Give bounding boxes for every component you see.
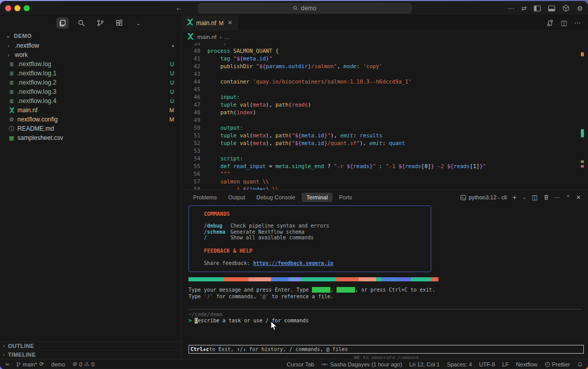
keybinding-hint-box: Ctrl+c to Exit, ↑/↓ for history, / comma…	[188, 345, 584, 354]
file-name: .nextflow.log.2	[17, 79, 56, 86]
open-changes-icon[interactable]	[547, 19, 554, 27]
editor-more-icon[interactable]: ⋯	[574, 19, 581, 27]
cursor-tab-status[interactable]: Cursor Tab	[287, 361, 314, 367]
terminal-content[interactable]: COMMANDS /debugCheck pipeline syntax and…	[188, 206, 583, 359]
breadcrumb[interactable]: main.nf › ...	[182, 31, 588, 43]
panel-more-icon[interactable]: ⋯	[555, 194, 560, 201]
gear-icon[interactable]: ⚙	[577, 5, 583, 12]
timeline-section[interactable]: › TIMELINE	[0, 350, 181, 359]
git-status-badge: U	[170, 70, 174, 76]
panel-tab-debug-console[interactable]: Debug Console	[252, 193, 300, 202]
notifications-bell[interactable]	[577, 361, 583, 367]
sync-arrows-icon[interactable]: ⇄	[521, 5, 527, 12]
new-terminal-icon[interactable]: +	[512, 193, 516, 201]
panel-tab-problems[interactable]: Problems	[188, 193, 221, 202]
tree-item--nextflow[interactable]: ›.nextflow●	[0, 41, 181, 50]
command-list: /debugCheck pipeline syntax and errors/s…	[204, 223, 431, 241]
file-name: .nextflow.log.3	[17, 88, 56, 95]
chevron-down-icon[interactable]: ⌄	[132, 17, 144, 29]
tree-item--nextflow-log-1[interactable]: ≣.nextflow.log.1U	[0, 69, 181, 78]
split-editor-icon[interactable]: ◫	[561, 19, 567, 27]
language-mode[interactable]: Nextflow	[516, 361, 537, 367]
encoding-status[interactable]: UTF-8	[479, 361, 495, 367]
cursor-position[interactable]: Ln 12, Col 1	[409, 361, 439, 367]
kill-terminal-icon[interactable]	[543, 194, 549, 200]
sync-icon[interactable]: ⟳	[39, 361, 44, 367]
command-center-search[interactable]: demo	[198, 3, 412, 13]
extensions-icon[interactable]	[113, 17, 125, 29]
prompt-placeholder: escribe a task or use / for commands	[198, 318, 309, 323]
tab-close-icon[interactable]: ✕	[228, 19, 233, 26]
indentation-status[interactable]: Spaces: 4	[447, 361, 472, 367]
profile-badge[interactable]: demo	[51, 361, 66, 367]
toggle-sidebar-icon[interactable]	[534, 5, 541, 12]
usage-hints: Type your message and press Enter. Type …	[188, 286, 435, 300]
source-control-icon[interactable]	[94, 17, 107, 29]
explorer-section-header[interactable]: ⌄ DEMO	[0, 31, 181, 41]
search-value: demo	[301, 5, 316, 12]
chevron-down-icon: ⌄	[6, 33, 10, 38]
tab-main-nf[interactable]: main.nf M ✕	[182, 15, 238, 30]
tree-item-work[interactable]: ›work	[0, 50, 181, 59]
tree-item--nextflow-log-3[interactable]: ≣.nextflow.log.3U	[0, 87, 181, 96]
prompt-caret: >	[188, 318, 192, 323]
code-line-42: 42 publishDir "${params.outdir}/salmon",…	[182, 62, 588, 70]
git-status-badge: U	[170, 89, 174, 95]
code-editor[interactable]: 39 */40process SALMON_QUANT {41 tag "${m…	[182, 43, 588, 190]
panel-tab-terminal[interactable]: Terminal	[302, 193, 332, 202]
tree-item--nextflow-log-4[interactable]: ≣.nextflow.log.4U	[0, 96, 181, 106]
terminal-instance-select[interactable]: python3.12 - cli	[460, 194, 507, 200]
gradient-separator	[188, 277, 438, 281]
back-icon[interactable]: ←	[175, 4, 182, 12]
git-status-badge: M	[170, 107, 174, 113]
problems-status[interactable]: ⊘ 0 ⚠ 0	[72, 361, 94, 367]
cube-icon[interactable]	[562, 5, 570, 12]
log-file-icon: ≣	[8, 61, 15, 68]
explorer-icon[interactable]	[56, 17, 69, 29]
split-terminal-icon[interactable]: ◫	[532, 194, 537, 201]
breadcrumb-file[interactable]: main.nf	[197, 34, 217, 40]
tree-item-main-nf[interactable]: main.nfM	[0, 106, 181, 115]
check-icon: ✓	[545, 362, 550, 367]
overview-ruler-mark	[581, 52, 584, 56]
code-line-44: 44 container 'quay.io/biocontainers/salm…	[182, 77, 588, 85]
chevron-right-icon: ›	[3, 343, 5, 348]
file-name: main.nf	[17, 107, 37, 114]
toggle-panel-icon[interactable]	[548, 5, 555, 12]
git-status-badge: U	[170, 98, 174, 104]
outline-section[interactable]: › OUTLINE	[0, 341, 181, 350]
eol-status[interactable]: LF	[502, 361, 509, 367]
maximize-panel-icon[interactable]: ⌃	[566, 194, 571, 201]
formatter-status[interactable]: ✓ Prettier	[545, 361, 570, 367]
remote-indicator[interactable]: ><	[5, 362, 9, 367]
tree-item-nextflow-config[interactable]: ⚙nextflow.configM	[0, 115, 181, 124]
search-view-icon[interactable]	[75, 17, 88, 29]
git-blame-status[interactable]: Sasha Dagayev (1 hour ago)	[321, 361, 402, 367]
log-file-icon: ≣	[8, 98, 15, 105]
code-line-47: 47 tuple val(meta), path(reads)	[182, 100, 588, 108]
close-window-button[interactable]	[5, 5, 11, 11]
maximize-window-button[interactable]	[24, 5, 30, 11]
nextflow-icon	[187, 33, 194, 41]
tree-item-samplesheet-csv[interactable]: ▦samplesheet.csv	[0, 133, 181, 142]
tree-item--nextflow-log-2[interactable]: ≣.nextflow.log.2U	[0, 78, 181, 87]
cli-prompt[interactable]: > Describe a task or use / for commands	[188, 318, 309, 323]
cwd-label: ~/code/demo	[188, 312, 222, 317]
minimize-window-button[interactable]	[14, 5, 20, 11]
tree-item--nextflow-log[interactable]: ≣.nextflow.logU	[0, 59, 181, 69]
code-line-45: 45	[182, 85, 588, 93]
tree-item-README-md[interactable]: ⓘREADME.md	[0, 124, 181, 133]
panel-tab-ports[interactable]: Ports	[334, 193, 357, 202]
terminal-dropdown-icon[interactable]: ⌄	[522, 195, 527, 200]
code-line-55: 55 def read_input = meta.single_end ? "-…	[182, 162, 588, 170]
code-line-51: 51 tuple val(meta), path("${meta.id}"), …	[182, 131, 588, 139]
feedback-link[interactable]: https://feedback.seqera.io	[253, 260, 333, 266]
panel-tab-output[interactable]: Output	[223, 193, 249, 202]
git-branch-status[interactable]: main* ⟳	[16, 361, 44, 367]
file-name: .nextflow.log.1	[17, 70, 56, 77]
modified-dot: ●	[172, 44, 174, 48]
more-actions-icon[interactable]: ⋯	[508, 5, 514, 12]
breadcrumb-more[interactable]: ...	[225, 34, 230, 40]
git-status-badge: M	[170, 116, 174, 122]
close-panel-icon[interactable]: ✕	[576, 194, 581, 201]
